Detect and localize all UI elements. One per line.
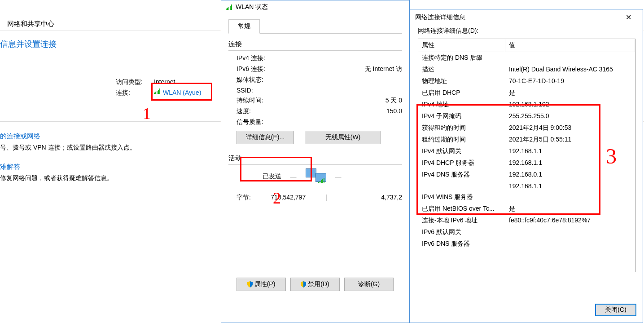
details-value: 192.168.1.1 — [505, 146, 635, 156]
details-row[interactable]: 物理地址70-1C-E7-1D-10-19 — [418, 75, 635, 87]
details-row[interactable]: 已启用 DHCP是 — [418, 87, 635, 99]
disable-button[interactable]: 禁用(D) — [290, 278, 340, 291]
details-property: 连接-本地 IPv6 地址 — [418, 216, 505, 226]
details-button[interactable]: 详细信息(E)... — [237, 131, 294, 144]
connection-section-label: 连接 — [228, 40, 402, 49]
tab-general[interactable]: 常规 — [228, 19, 260, 34]
close-button[interactable]: ✕ — [618, 13, 638, 22]
access-type-value: Internet — [154, 78, 175, 85]
bytes-label: 字节: — [237, 194, 251, 202]
properties-button[interactable]: 属性(P) — [237, 278, 286, 291]
details-property: IPv6 DNS 服务器 — [418, 239, 505, 249]
details-value — [505, 192, 635, 202]
details-value: 192.168.1.102 — [505, 100, 635, 110]
details-value: 255.255.255.0 — [505, 111, 635, 121]
connection-details-window: 网络连接详细信息 ✕ 网络连接详细信息(D): 属性 值 连接特定的 DNS 后… — [409, 9, 643, 323]
speed-label: 速度: — [237, 107, 251, 115]
bytes-recv-value: 4,737,2 — [327, 194, 402, 202]
column-header-property[interactable]: 属性 — [418, 39, 505, 52]
details-property: IPv4 子网掩码 — [418, 111, 505, 121]
wifi-signal-icon — [154, 88, 161, 94]
wlan-status-titlebar[interactable]: WLAN 状态 — [221, 0, 409, 15]
section-troubleshoot-desc: 修复网络问题，或者获得疑难解答信息。 — [0, 174, 113, 182]
details-listbox[interactable]: 属性 值 连接特定的 DNS 后缀描述Intel(R) Dual Band Wi… — [418, 39, 635, 272]
details-value: Intel(R) Dual Band Wireless-AC 3165 — [505, 65, 635, 75]
details-list-label: 网络连接详细信息(D): — [418, 27, 635, 35]
shield-icon — [247, 281, 253, 288]
connection-link-wlan[interactable]: WLAN (Ayue) — [163, 89, 201, 96]
duration-value: 5 天 0 — [386, 97, 402, 105]
access-type-label: 访问类型: — [116, 78, 143, 85]
details-property: 租约过期的时间 — [418, 135, 505, 145]
details-value — [505, 227, 635, 237]
details-value — [505, 53, 635, 63]
network-activity-icon — [306, 168, 326, 185]
annotation-number-1: 1 — [143, 104, 151, 123]
details-property: 已启用 DHCP — [418, 88, 505, 98]
details-property: IPv4 地址 — [418, 100, 505, 110]
details-row[interactable]: 描述Intel(R) Dual Band Wireless-AC 3165 — [418, 64, 635, 75]
details-property: IPv6 默认网关 — [418, 227, 505, 237]
close-dialog-button[interactable]: 关闭(C) — [595, 304, 636, 316]
details-row[interactable]: IPv6 默认网关 — [418, 226, 635, 238]
diagnose-button[interactable]: 诊断(G) — [344, 278, 394, 291]
details-row[interactable]: 192.168.1.1 — [418, 181, 635, 191]
wifi-signal-icon — [226, 4, 233, 10]
details-value: 192.168.1.1 — [505, 181, 635, 190]
details-row[interactable]: 获得租约的时间2021年2月4日 9:00:53 — [418, 122, 635, 134]
details-row[interactable]: IPv6 DNS 服务器 — [418, 238, 635, 250]
wlan-status-window: WLAN 状态 常规 连接 IPv4 连接: IPv6 连接:无 Interne… — [221, 0, 410, 323]
details-property: 连接特定的 DNS 后缀 — [418, 53, 505, 63]
details-row[interactable]: IPv4 WINS 服务器 — [418, 191, 635, 203]
details-value: 2021年2月4日 9:00:53 — [505, 123, 635, 133]
speed-value: 150.0 — [386, 107, 402, 115]
sent-label: 已发送 — [263, 173, 281, 181]
column-header-value[interactable]: 值 — [505, 39, 635, 52]
details-row[interactable]: 已启用 NetBIOS over Tc...是 — [418, 203, 635, 215]
details-property: IPv4 默认网关 — [418, 146, 505, 156]
section-new-connection-link[interactable]: 的连接或网络 — [0, 132, 40, 141]
details-row[interactable]: 租约过期的时间2021年2月5日 0:55:11 — [418, 134, 635, 146]
details-property: 物理地址 — [418, 76, 505, 86]
media-state-label: 媒体状态: — [237, 76, 263, 84]
details-property — [418, 181, 505, 190]
window-title-ncp: 网络和共享中心 — [7, 20, 54, 28]
details-value: 是 — [505, 204, 635, 214]
details-row[interactable]: IPv4 地址192.168.1.102 — [418, 99, 635, 111]
details-value: fe80::fc9f:40c7:6e78:8192%7 — [505, 216, 635, 226]
details-row[interactable]: IPv4 DHCP 服务器192.168.1.1 — [418, 157, 635, 169]
details-row[interactable]: 连接特定的 DNS 后缀 — [418, 52, 635, 64]
ipv6-conn-label: IPv6 连接: — [237, 65, 265, 73]
details-value: 192.168.1.1 — [505, 158, 635, 168]
details-row[interactable]: IPv4 DNS 服务器192.168.0.1 — [418, 169, 635, 181]
activity-section-label: 活动 — [228, 154, 402, 163]
connections-label: 连接: — [116, 89, 130, 96]
section-troubleshoot-link[interactable]: 难解答 — [0, 163, 20, 171]
details-value: 192.168.0.1 — [505, 170, 635, 180]
details-row[interactable]: 连接-本地 IPv6 地址fe80::fc9f:40c7:6e78:8192%7 — [418, 215, 635, 226]
details-titlebar[interactable]: 网络连接详细信息 ✕ — [410, 9, 643, 27]
details-property: IPv4 DNS 服务器 — [418, 170, 505, 180]
duration-label: 持续时间: — [237, 97, 263, 105]
section-new-connection-desc: 号、拨号或 VPN 连接；或设置路由器或接入点。 — [0, 144, 136, 152]
wireless-properties-button[interactable]: 无线属性(W) — [305, 131, 381, 144]
details-value: 是 — [505, 88, 635, 98]
details-property: 获得租约的时间 — [418, 123, 505, 133]
details-value: 70-1C-E7-1D-10-19 — [505, 76, 635, 86]
details-row[interactable]: IPv4 默认网关192.168.1.1 — [418, 146, 635, 157]
heading-info-setup: 信息并设置连接 — [0, 39, 57, 49]
details-window-title: 网络连接详细信息 — [415, 13, 465, 22]
details-property: IPv4 DHCP 服务器 — [418, 158, 505, 168]
details-property: 描述 — [418, 65, 505, 75]
details-value: 2021年2月5日 0:55:11 — [505, 135, 635, 145]
ipv4-conn-label: IPv4 连接: — [237, 54, 265, 62]
ssid-label: SSID: — [237, 87, 253, 94]
bytes-sent-value: 710,542,797 — [251, 194, 326, 202]
details-property: IPv4 WINS 服务器 — [418, 192, 505, 202]
ipv6-conn-value: 无 Internet 访 — [365, 65, 402, 73]
details-property: 已启用 NetBIOS over Tc... — [418, 204, 505, 214]
details-value — [505, 239, 635, 249]
shield-icon — [301, 281, 306, 288]
details-row[interactable]: IPv4 子网掩码255.255.255.0 — [418, 111, 635, 122]
signal-quality-label: 信号质量: — [237, 118, 263, 126]
